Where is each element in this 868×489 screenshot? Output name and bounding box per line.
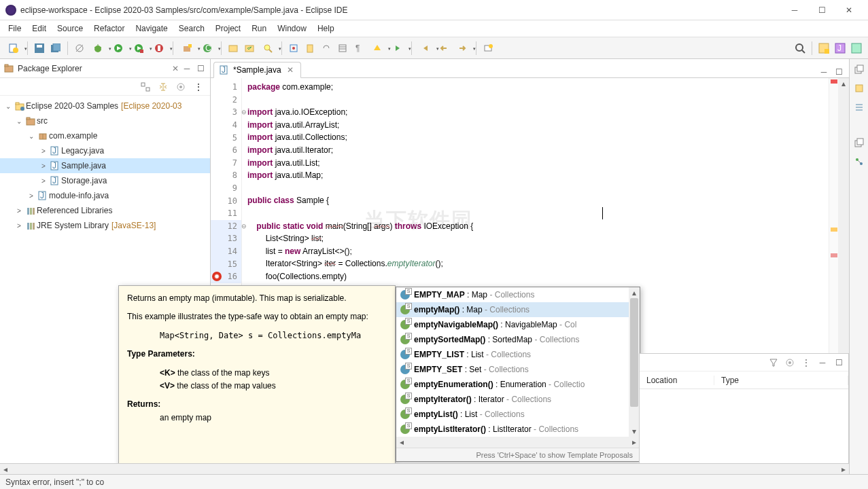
restore-view-button[interactable] [853, 63, 865, 75]
save-button[interactable] [32, 41, 47, 56]
problems-minimize-button[interactable]: ─ [817, 357, 828, 368]
menu-file[interactable]: File [3, 22, 27, 35]
line-number-16: 16 [211, 270, 241, 283]
annotation-nav-button[interactable] [368, 41, 387, 56]
menu-refactor[interactable]: Refactor [88, 22, 130, 35]
problems-col-type[interactable]: Type [714, 376, 848, 385]
menu-project[interactable]: Project [210, 22, 246, 35]
forward-button[interactable] [453, 41, 472, 56]
toggle-mark-button[interactable] [302, 41, 317, 56]
editor-minimize-button[interactable]: ─ [818, 67, 829, 77]
assist-horizontal-scrollbar[interactable]: ◂▸ [396, 437, 640, 448]
tree-item-com-example[interactable]: ⌄com.example [0, 128, 210, 143]
problems-filter-button[interactable] [768, 357, 779, 368]
svg-rect-83 [857, 139, 863, 145]
save-all-button[interactable] [48, 41, 63, 56]
outline-icon[interactable] [853, 101, 865, 113]
assist-item-2[interactable]: emptyNavigableMap() : NavigableMap - Col [396, 317, 640, 332]
open-type-button[interactable] [226, 41, 241, 56]
line-number-15: 15 [211, 257, 241, 270]
debug-button[interactable] [88, 41, 107, 56]
editor-tab-sample[interactable]: J *Sample.java ✕ [213, 62, 301, 78]
assist-vertical-scrollbar[interactable]: ▴ ▾ [629, 287, 640, 437]
task-list-icon[interactable] [853, 82, 865, 94]
svg-text:J: J [52, 161, 56, 170]
tree-item-storage-java[interactable]: >JStorage.java [0, 173, 210, 188]
hierarchy-icon[interactable] [853, 156, 865, 168]
package-explorer-close-icon[interactable]: ✕ [169, 62, 181, 75]
menu-source[interactable]: Source [52, 22, 88, 35]
problems-menu-button[interactable]: ⋮ [801, 357, 812, 368]
svg-text:¶: ¶ [355, 43, 360, 53]
show-whitespace-button[interactable]: ¶ [351, 41, 366, 56]
assist-item-4[interactable]: EMPTY_LIST : List - Collections [396, 347, 640, 362]
menu-help[interactable]: Help [312, 22, 340, 35]
bottom-horizontal-scrollbar[interactable]: ◂ ▸ [0, 463, 849, 474]
tree-item-src[interactable]: ⌄src [0, 113, 210, 128]
menu-search[interactable]: Search [173, 22, 210, 35]
maximize-button[interactable]: ☐ [808, 1, 835, 20]
java-perspective-button[interactable]: J [833, 41, 848, 56]
tree-item-legacy-java[interactable]: >JLegacy.java [0, 143, 210, 158]
assist-item-0[interactable]: EMPTY_MAP : Map - Collections [396, 287, 640, 302]
next-annotation-button[interactable] [388, 41, 407, 56]
java-file-icon: J [220, 65, 229, 75]
skip-breakpoints-button[interactable] [72, 41, 87, 56]
assist-item-6[interactable]: emptyEnumeration() : Enumeration - Colle… [396, 377, 640, 392]
menu-navigate[interactable]: Navigate [130, 22, 173, 35]
menu-run[interactable]: Run [246, 22, 272, 35]
javadoc-summary: Returns an empty map (immutable). This m… [127, 293, 387, 304]
toggle-link-button[interactable] [319, 41, 334, 56]
tree-item-jre-system-library[interactable]: >JRE System Library[JavaSE-13] [0, 218, 210, 233]
svg-rect-54 [16, 103, 19, 105]
pin-editor-button[interactable] [481, 41, 496, 56]
assist-item-7[interactable]: emptyIterator() : Iterator - Collections [396, 392, 640, 407]
restore-view-button-2[interactable] [853, 137, 865, 149]
toggle-block-button[interactable] [335, 41, 350, 56]
collapse-all-button[interactable] [139, 81, 152, 93]
svg-rect-48 [5, 65, 8, 67]
toggle-trace-button[interactable] [286, 41, 301, 56]
menu-window[interactable]: Window [272, 22, 312, 35]
back-history-button[interactable] [436, 41, 451, 56]
assist-item-9[interactable]: emptyListIterator() : ListIterator - Col… [396, 422, 640, 437]
coverage-button[interactable] [129, 41, 148, 56]
svg-rect-43 [824, 49, 829, 54]
back-button[interactable] [416, 41, 435, 56]
new-java-class-button[interactable]: C [198, 41, 217, 56]
debug-perspective-button[interactable] [849, 41, 864, 56]
tree-item-referenced-libraries[interactable]: >Referenced Libraries [0, 203, 210, 218]
menu-edit[interactable]: Edit [27, 22, 52, 35]
assist-item-1[interactable]: emptyMap() : Map - Collections [396, 302, 640, 317]
assist-item-8[interactable]: emptyList() : List - Collections [396, 407, 640, 422]
minimize-button[interactable]: ─ [781, 1, 808, 20]
problems-col-location[interactable]: Location [640, 376, 714, 385]
editor-tab-close-icon[interactable]: ✕ [285, 65, 295, 75]
view-menu-button[interactable]: ⋮ [192, 81, 205, 93]
view-minimize-button[interactable]: ─ [181, 63, 192, 74]
link-with-editor-button[interactable] [157, 81, 169, 93]
open-task-button[interactable] [242, 41, 257, 56]
external-tools-button[interactable] [150, 41, 169, 56]
search-access-button[interactable] [793, 41, 808, 56]
problems-maximize-button[interactable]: ☐ [833, 357, 844, 368]
svg-text:J: J [52, 176, 56, 185]
assist-item-5[interactable]: EMPTY_SET : Set - Collections [396, 362, 640, 377]
close-button[interactable]: ✕ [835, 1, 863, 20]
svg-text:J: J [222, 65, 226, 75]
focus-task-button[interactable] [175, 81, 187, 93]
new-java-package-button[interactable] [177, 41, 196, 56]
search-button[interactable] [258, 41, 277, 56]
svg-line-27 [269, 50, 272, 52]
open-perspective-button[interactable] [816, 41, 831, 56]
tree-item-sample-java[interactable]: >JSample.java [0, 158, 210, 173]
editor-maximize-button[interactable]: ☐ [833, 67, 844, 77]
run-button[interactable] [109, 41, 128, 56]
tree-item-module-info-java[interactable]: >Jmodule-info.java [0, 188, 210, 203]
problems-focus-button[interactable] [784, 357, 795, 368]
assist-item-3[interactable]: emptySortedMap() : SortedMap - Collectio… [396, 332, 640, 347]
svg-rect-49 [141, 83, 145, 86]
new-button[interactable] [4, 41, 23, 56]
view-maximize-button[interactable]: ☐ [195, 63, 206, 74]
tree-item-eclipse-2020-03-samples[interactable]: ⌄Eclipse 2020-03 Samples[Eclipse 2020-03 [0, 98, 210, 113]
